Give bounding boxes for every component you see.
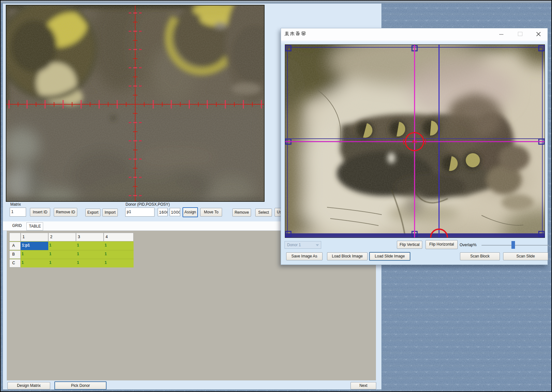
svg-text:A1: A1	[412, 139, 417, 144]
